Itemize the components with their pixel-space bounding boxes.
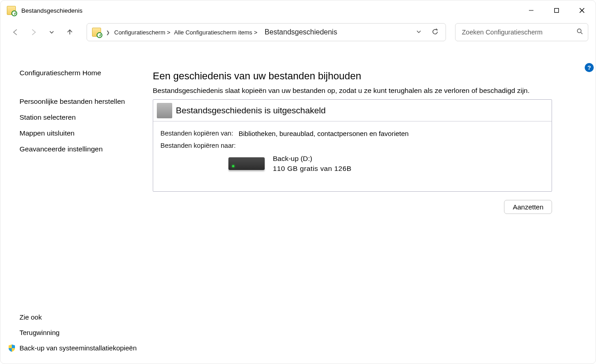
app-icon bbox=[7, 6, 16, 15]
page-heading: Een geschiedenis van uw bestanden bijhou… bbox=[153, 70, 552, 82]
drive-space: 110 GB gratis van 126B bbox=[273, 164, 351, 174]
see-also-link-system-image-backup[interactable]: Back-up van systeeminstallatiekopieën bbox=[19, 344, 136, 353]
svg-line-5 bbox=[581, 32, 582, 34]
refresh-button[interactable] bbox=[427, 28, 443, 37]
search-box[interactable]: Zoeken Configuratiescherm bbox=[455, 23, 588, 41]
see-also-label: Terugwinning bbox=[19, 328, 59, 337]
window-title: Bestandsgeschiedenis bbox=[21, 7, 82, 14]
page-description: Bestandsgeschiedenis slaat kopieën van u… bbox=[153, 87, 552, 95]
see-also-link-recovery[interactable]: Terugwinning bbox=[19, 328, 136, 337]
address-dropdown[interactable] bbox=[412, 29, 426, 36]
copy-to-label: Bestanden kopiëren naar: bbox=[160, 142, 544, 149]
main-panel: Een geschiedenis van uw bestanden bijhou… bbox=[148, 46, 593, 361]
drive-row: Back-up (D:) 110 GB gratis van 126B bbox=[228, 154, 544, 173]
folder-clock-icon bbox=[92, 28, 101, 37]
copy-from-row: Bestanden kopiëren van: Bibliotheken, bu… bbox=[160, 130, 544, 137]
sidebar-link-advanced[interactable]: Geavanceerde instellingen bbox=[19, 145, 144, 154]
status-header: Bestandsgeschiedenis is uitgeschakeld bbox=[153, 100, 552, 121]
panel-body: Bestanden kopiëren van: Bibliotheken, bu… bbox=[153, 121, 552, 173]
sidebar-link-restore[interactable]: Persoonlijke bestanden herstellen bbox=[19, 97, 144, 107]
drive-info: Back-up (D:) 110 GB gratis van 126B bbox=[273, 154, 351, 173]
turn-on-button[interactable]: Aanzetten bbox=[504, 200, 552, 214]
titlebar: Bestandsgeschiedenis bbox=[0, 0, 596, 20]
drive-free: 110 GB bbox=[273, 165, 298, 172]
close-button[interactable] bbox=[569, 0, 595, 20]
address-bar[interactable]: ❯ Configuratiescherm > Alle Configuratie… bbox=[87, 23, 446, 41]
maximize-button[interactable] bbox=[544, 0, 569, 20]
window-buttons bbox=[518, 0, 595, 20]
folder-clock-icon bbox=[7, 6, 16, 15]
see-also-label: Back-up van systeeminstallatiekopieën bbox=[19, 344, 136, 353]
up-button[interactable] bbox=[62, 24, 78, 40]
chevron-right-icon: ❯ bbox=[104, 30, 111, 35]
copy-from-value: Bibliotheken, bureaublad, contactpersone… bbox=[238, 130, 408, 137]
see-also: Zie ook Terugwinning Back-up van systeem… bbox=[19, 313, 136, 359]
breadcrumb-segment[interactable]: Alle Configuratiescherm items > bbox=[173, 29, 258, 36]
content-area: Configuratiescherm Home Persoonlijke bes… bbox=[3, 46, 593, 361]
drive-free-suffix: gratis van 126B bbox=[300, 165, 352, 172]
shield-icon bbox=[8, 344, 16, 352]
status-text: Bestandsgeschiedenis is uitgeschakeld bbox=[176, 106, 326, 116]
action-row: Aanzetten bbox=[153, 200, 552, 214]
search-placeholder: Zoeken Configuratiescherm bbox=[462, 29, 577, 36]
toolbar: ❯ Configuratiescherm > Alle Configuratie… bbox=[0, 20, 596, 44]
copy-to-row: Bestanden kopiëren naar: Back-up (D:) 11… bbox=[160, 142, 544, 173]
minimize-button[interactable] bbox=[518, 0, 544, 20]
see-also-header: Zie ook bbox=[19, 313, 136, 321]
sidebar: Configuratiescherm Home Persoonlijke bes… bbox=[3, 46, 148, 361]
sidebar-home-link[interactable]: Configuratiescherm Home bbox=[19, 68, 144, 78]
drive-icon bbox=[228, 157, 265, 170]
drive-name: Back-up (D:) bbox=[273, 154, 351, 164]
breadcrumb-current[interactable]: Bestandsgeschiedenis bbox=[260, 28, 410, 36]
search-icon bbox=[577, 28, 583, 36]
svg-point-4 bbox=[577, 29, 581, 33]
address-icon bbox=[92, 27, 102, 37]
status-panel: Bestandsgeschiedenis is uitgeschakeld Be… bbox=[153, 99, 552, 192]
status-icon bbox=[157, 103, 172, 118]
forward-button[interactable] bbox=[26, 24, 41, 40]
breadcrumb-segment[interactable]: Configuratiescherm > bbox=[113, 29, 171, 36]
sidebar-link-select-drive[interactable]: Station selecteren bbox=[19, 113, 144, 122]
svg-rect-1 bbox=[555, 9, 559, 13]
back-button[interactable] bbox=[8, 24, 23, 40]
recent-locations-button[interactable] bbox=[44, 24, 59, 40]
copy-from-label: Bestanden kopiëren van: bbox=[160, 130, 233, 137]
sidebar-link-exclude-folders[interactable]: Mappen uitsluiten bbox=[19, 129, 144, 138]
